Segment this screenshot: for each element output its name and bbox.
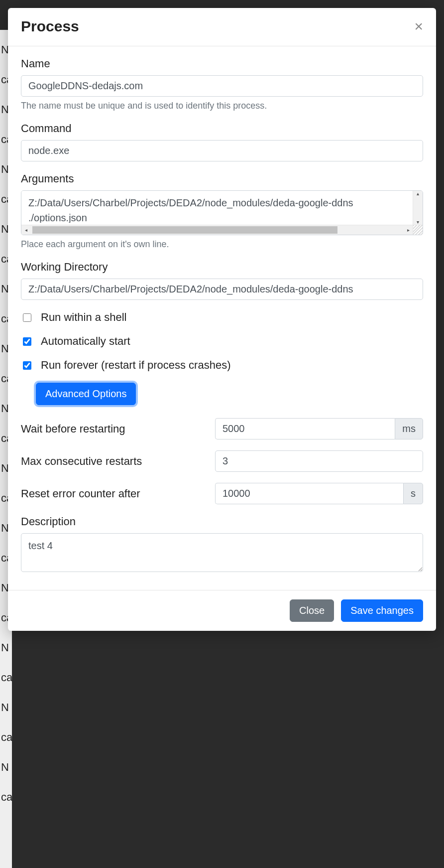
- reset-label: Reset error counter after: [21, 487, 205, 500]
- modal-title: Process: [21, 18, 79, 35]
- save-button[interactable]: Save changes: [341, 599, 423, 622]
- close-button[interactable]: Close: [290, 599, 334, 622]
- scroll-down-icon[interactable]: ▾: [417, 219, 419, 225]
- process-modal: Process × Name The name must be unique a…: [8, 8, 436, 631]
- arguments-label: Arguments: [21, 172, 423, 185]
- scroll-up-icon[interactable]: ▴: [417, 191, 419, 196]
- arguments-horizontal-scrollbar[interactable]: ◂ ▸: [21, 225, 423, 235]
- shell-checkbox[interactable]: [23, 313, 31, 322]
- resize-grip-icon[interactable]: [413, 225, 423, 235]
- name-input[interactable]: [21, 75, 423, 97]
- workdir-input[interactable]: [21, 279, 423, 300]
- wait-unit: ms: [395, 418, 423, 439]
- scroll-left-icon[interactable]: ◂: [21, 227, 30, 233]
- shell-label: Run within a shell: [41, 311, 126, 324]
- workdir-label: Working Directory: [21, 261, 423, 274]
- close-icon[interactable]: ×: [414, 19, 423, 34]
- reset-unit: s: [403, 483, 423, 504]
- description-label: Description: [21, 515, 423, 528]
- scrollbar-thumb[interactable]: [32, 226, 337, 234]
- modal-body: Name The name must be unique and is used…: [8, 46, 436, 590]
- modal-footer: Close Save changes: [8, 590, 436, 631]
- name-help-text: The name must be unique and is used to i…: [21, 101, 423, 111]
- reset-input[interactable]: [215, 483, 403, 504]
- arguments-textarea[interactable]: [21, 191, 413, 223]
- forever-checkbox[interactable]: [23, 361, 31, 370]
- arguments-textarea-wrap: ▴ ▾ ◂ ▸: [21, 190, 423, 235]
- maxrestart-label: Max consecutive restarts: [21, 455, 205, 468]
- arguments-help-text: Place each argument on it's own line.: [21, 239, 423, 250]
- name-label: Name: [21, 57, 423, 70]
- forever-label: Run forever (restart if process crashes): [41, 359, 230, 372]
- autostart-label: Automatically start: [41, 335, 130, 348]
- arguments-vertical-scrollbar[interactable]: ▴ ▾: [413, 191, 423, 225]
- command-label: Command: [21, 122, 423, 135]
- advanced-options-button[interactable]: Advanced Options: [36, 383, 136, 405]
- description-textarea[interactable]: [21, 533, 423, 572]
- wait-label: Wait before restarting: [21, 423, 205, 435]
- wait-input[interactable]: [215, 418, 395, 439]
- maxrestart-input[interactable]: [215, 450, 423, 472]
- scroll-right-icon[interactable]: ▸: [404, 227, 413, 233]
- command-input[interactable]: [21, 140, 423, 161]
- autostart-checkbox[interactable]: [23, 337, 31, 346]
- modal-header: Process ×: [8, 8, 436, 46]
